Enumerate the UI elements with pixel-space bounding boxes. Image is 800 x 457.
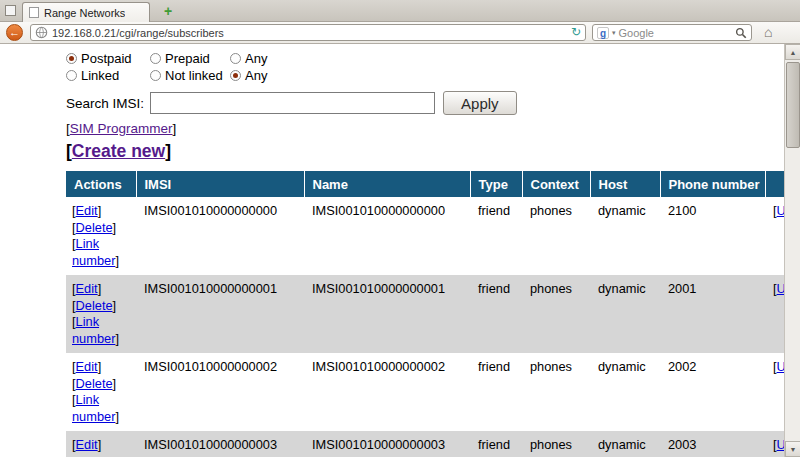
radio-not-linked-label: Not linked [165, 68, 223, 83]
radio-prepaid[interactable]: Prepaid [150, 50, 230, 67]
bracket: ] [113, 298, 117, 313]
host-cell: dynamic [590, 197, 660, 275]
unlink-cell: [Unlink] [765, 353, 784, 431]
header-unlink [765, 171, 784, 197]
header-imsi: IMSI [136, 171, 304, 197]
unlink-link[interactable]: Unlink [777, 281, 784, 296]
table-row: [Edit] [Delete] [Link number] IMSI001010… [66, 275, 784, 353]
radio-linked-any[interactable]: Any [230, 67, 267, 84]
scroll-down-arrow-icon[interactable]: ▼ [785, 441, 800, 457]
bracket: ] [98, 437, 102, 452]
header-name: Name [304, 171, 470, 197]
window-icon [5, 5, 16, 16]
back-button[interactable]: ← [6, 24, 23, 41]
radio-prepaid-control[interactable] [150, 53, 161, 64]
name-cell: IMSI001010000000002 [304, 353, 470, 431]
name-cell: IMSI001010000000001 [304, 275, 470, 353]
type-cell: friend [470, 353, 522, 431]
search-imsi-input[interactable] [150, 92, 435, 114]
edit-link[interactable]: Edit [76, 281, 98, 296]
delete-link[interactable]: Delete [76, 376, 113, 391]
delete-link[interactable]: Delete [76, 298, 113, 313]
imsi-cell: IMSI001010000000002 [136, 353, 304, 431]
home-button[interactable]: ⌂ [764, 24, 772, 41]
unlink-link[interactable]: Unlink [777, 359, 784, 374]
table-header-row: Actions IMSI Name Type Context Host Phon… [66, 171, 784, 197]
search-engine-label: Google [619, 27, 732, 39]
radio-linked-any-control[interactable] [230, 70, 241, 81]
unlink-link[interactable]: Unlink [777, 203, 784, 218]
create-new-link[interactable]: Create new [72, 141, 165, 161]
engine-dropdown-icon[interactable]: ▾ [612, 29, 616, 37]
type-cell: friend [470, 431, 522, 457]
vertical-scrollbar[interactable]: ▲ ▼ [784, 44, 800, 457]
unlink-cell: [Unlink] [765, 431, 784, 457]
edit-link[interactable]: Edit [76, 437, 98, 452]
sim-programmer-link[interactable]: SIM Programmer [70, 121, 173, 136]
search-imsi-row: Search IMSI: Apply [66, 91, 784, 115]
phone-cell: 2002 [660, 353, 765, 431]
link-number-link[interactable]: Link number [72, 236, 115, 268]
phone-cell: 2003 [660, 431, 765, 457]
url-bar[interactable]: 192.168.0.21/cgi/range/subscribers ↻ [30, 24, 586, 41]
header-context: Context [522, 171, 590, 197]
radio-not-linked[interactable]: Not linked [150, 67, 230, 84]
radio-linked[interactable]: Linked [66, 67, 150, 84]
edit-link[interactable]: Edit [76, 359, 98, 374]
phone-cell: 2001 [660, 275, 765, 353]
edit-link[interactable]: Edit [76, 203, 98, 218]
unlink-link[interactable]: Unlink [777, 437, 784, 452]
table-row: [Edit] [Delete] [Link number] IMSI001010… [66, 353, 784, 431]
imsi-cell: IMSI001010000000001 [136, 275, 304, 353]
apply-button[interactable]: Apply [443, 91, 517, 115]
imsi-cell: IMSI001010000000003 [136, 431, 304, 457]
tab-range-networks[interactable]: Range Networks [22, 2, 150, 22]
scrollbar-thumb[interactable] [786, 62, 800, 148]
bracket: ] [98, 203, 102, 218]
type-cell: friend [470, 275, 522, 353]
phone-cell: 2100 [660, 197, 765, 275]
actions-cell: [Edit] [Delete] [Link number] [66, 353, 136, 431]
delete-link[interactable]: Delete [76, 454, 113, 457]
scroll-up-arrow-icon[interactable]: ▲ [785, 44, 800, 60]
link-number-link[interactable]: Link number [72, 392, 115, 424]
type-cell: friend [470, 197, 522, 275]
url-text: 192.168.0.21/cgi/range/subscribers [52, 27, 567, 39]
unlink-cell: [Unlink] [765, 197, 784, 275]
new-tab-button[interactable]: + [158, 4, 178, 20]
bracket: ] [113, 454, 117, 457]
search-bar[interactable]: g ▾ Google [592, 24, 752, 41]
page-content: Postpaid Prepaid Any Linked Not linked A… [0, 44, 784, 457]
search-imsi-label: Search IMSI: [66, 96, 144, 111]
subscribers-table: Actions IMSI Name Type Context Host Phon… [66, 171, 784, 457]
delete-link[interactable]: Delete [76, 220, 113, 235]
radio-prepaid-label: Prepaid [165, 51, 210, 66]
header-actions: Actions [66, 171, 136, 197]
bracket: ] [115, 409, 119, 424]
bracket: ] [173, 121, 177, 136]
link-number-link[interactable]: Link number [72, 314, 115, 346]
bracket: ] [115, 253, 119, 268]
radio-postpaid[interactable]: Postpaid [66, 50, 150, 67]
radio-linked-any-label: Any [245, 68, 267, 83]
radio-payment-any-control[interactable] [230, 53, 241, 64]
host-cell: dynamic [590, 275, 660, 353]
name-cell: IMSI001010000000000 [304, 197, 470, 275]
actions-cell: [Edit] [Delete] [Link number] [66, 431, 136, 457]
radio-postpaid-control[interactable] [66, 53, 77, 64]
sim-programmer-line: [SIM Programmer] [66, 121, 784, 136]
page-favicon [29, 7, 39, 18]
google-engine-icon[interactable]: g [597, 27, 609, 39]
radio-payment-any[interactable]: Any [230, 50, 267, 67]
header-type: Type [470, 171, 522, 197]
context-cell: phones [522, 353, 590, 431]
header-host: Host [590, 171, 660, 197]
radio-not-linked-control[interactable] [150, 70, 161, 81]
create-new-line: [Create new] [66, 141, 784, 162]
reload-icon[interactable]: ↻ [571, 25, 581, 40]
context-cell: phones [522, 431, 590, 457]
radio-postpaid-label: Postpaid [81, 51, 132, 66]
radio-linked-control[interactable] [66, 70, 77, 81]
magnifier-icon[interactable] [735, 27, 747, 39]
radio-linked-label: Linked [81, 68, 119, 83]
